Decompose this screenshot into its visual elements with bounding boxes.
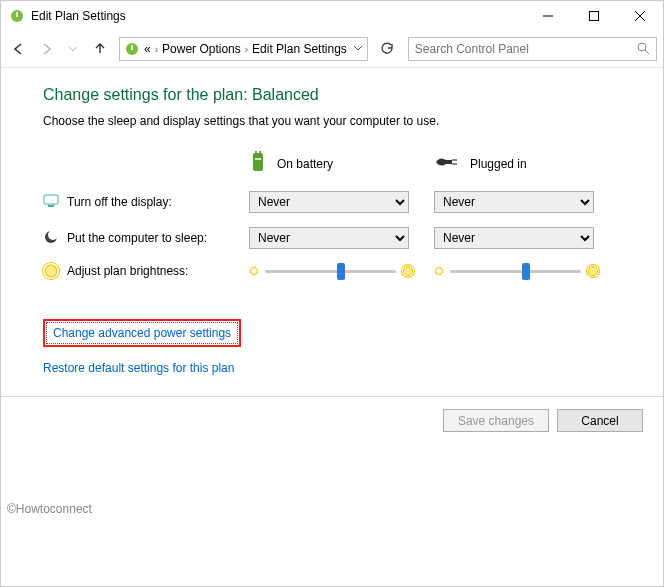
svg-line-7	[645, 50, 649, 54]
power-options-icon	[9, 8, 25, 24]
turn-off-display-battery-select[interactable]: Never	[249, 191, 409, 213]
brightness-low-icon	[434, 266, 444, 276]
titlebar: Edit Plan Settings	[1, 1, 663, 31]
watermark: ©Howtoconnect	[7, 502, 92, 516]
chevron-right-icon: ›	[155, 44, 158, 55]
svg-rect-12	[452, 159, 457, 161]
brightness-plugged-slider[interactable]	[434, 265, 599, 277]
footer-bar: Save changes Cancel	[1, 396, 663, 444]
page-heading: Change settings for the plan: Balanced	[43, 86, 621, 104]
turn-off-display-plugged-select[interactable]: Never	[434, 191, 594, 213]
cancel-button[interactable]: Cancel	[557, 409, 643, 432]
column-headers: On battery Plugged in	[43, 150, 621, 177]
row-turn-off-display: Turn off the display: Never Never	[43, 191, 621, 213]
plugged-in-header: Plugged in	[434, 150, 599, 177]
refresh-button[interactable]	[375, 37, 399, 61]
brightness-label: Adjust plan brightness:	[67, 264, 188, 278]
content-area: Change settings for the plan: Balanced C…	[1, 68, 663, 399]
monitor-icon	[43, 193, 59, 212]
forward-button[interactable]	[34, 37, 58, 61]
row-sleep: Put the computer to sleep: Never Never	[43, 227, 621, 249]
restore-default-settings-link[interactable]: Restore default settings for this plan	[43, 361, 234, 375]
svg-rect-8	[253, 153, 263, 171]
brightness-low-icon	[249, 266, 259, 276]
brightness-high-icon	[587, 265, 599, 277]
back-button[interactable]	[7, 37, 31, 61]
brightness-battery-slider[interactable]	[249, 265, 414, 277]
breadcrumb-item-edit-plan[interactable]: Edit Plan Settings	[252, 42, 347, 56]
brightness-icon	[43, 263, 59, 279]
sleep-plugged-select[interactable]: Never	[434, 227, 594, 249]
navigation-toolbar: « › Power Options › Edit Plan Settings	[1, 31, 663, 67]
on-battery-label: On battery	[277, 157, 333, 171]
battery-icon	[249, 150, 267, 177]
search-box[interactable]	[408, 37, 657, 61]
close-button[interactable]	[617, 1, 663, 31]
sleep-battery-select[interactable]: Never	[249, 227, 409, 249]
plug-icon	[434, 154, 460, 173]
breadcrumb-dropdown[interactable]	[353, 42, 363, 56]
search-input[interactable]	[415, 42, 632, 56]
recent-locations-button[interactable]	[61, 37, 85, 61]
page-subheading: Choose the sleep and display settings th…	[43, 114, 621, 128]
on-battery-header: On battery	[249, 150, 414, 177]
breadcrumb[interactable]: « › Power Options › Edit Plan Settings	[119, 37, 368, 61]
save-changes-button[interactable]: Save changes	[443, 409, 549, 432]
minimize-button[interactable]	[525, 1, 571, 31]
window-title: Edit Plan Settings	[31, 9, 525, 23]
search-icon	[636, 41, 650, 58]
row-brightness: Adjust plan brightness:	[43, 263, 621, 279]
svg-rect-9	[255, 151, 257, 154]
change-advanced-power-settings-link[interactable]: Change advanced power settings	[43, 319, 241, 347]
sleep-label: Put the computer to sleep:	[67, 231, 207, 245]
breadcrumb-overflow[interactable]: «	[144, 42, 151, 56]
chevron-right-icon: ›	[245, 44, 248, 55]
svg-rect-14	[44, 195, 58, 204]
links-section: Change advanced power settings Restore d…	[43, 319, 621, 389]
plugged-in-label: Plugged in	[470, 157, 527, 171]
svg-point-17	[48, 230, 58, 240]
svg-rect-15	[48, 205, 54, 207]
up-button[interactable]	[88, 37, 112, 61]
svg-point-6	[638, 43, 646, 51]
maximize-button[interactable]	[571, 1, 617, 31]
power-options-icon	[124, 41, 140, 57]
turn-off-display-label: Turn off the display:	[67, 195, 172, 209]
svg-rect-10	[259, 151, 261, 154]
svg-rect-2	[590, 12, 599, 21]
breadcrumb-item-power-options[interactable]: Power Options	[162, 42, 241, 56]
svg-rect-13	[452, 163, 457, 165]
moon-icon	[43, 229, 59, 248]
svg-rect-11	[255, 158, 261, 160]
brightness-high-icon	[402, 265, 414, 277]
